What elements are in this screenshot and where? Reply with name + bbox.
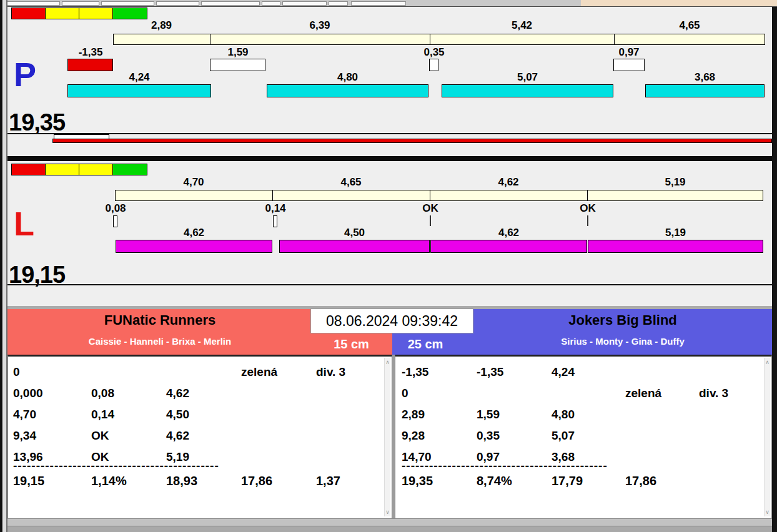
scrollbar[interactable]: ∧∨: [384, 358, 390, 516]
scroll-down-icon[interactable]: ∨: [385, 509, 390, 515]
lane-underline: [7, 284, 772, 285]
changeover-time-label: 0,08: [87, 202, 144, 215]
changeover-time-label: 0,14: [247, 202, 304, 215]
split-separator: [587, 190, 588, 200]
dog-run-time-label: 5,07: [442, 71, 613, 84]
titlebar-segment: [282, 1, 327, 6]
changeover-time-label: 0,97: [601, 46, 657, 59]
split-total-bar: [113, 34, 765, 45]
split-separator: [272, 190, 273, 200]
titlebar-segment: [62, 1, 99, 6]
titlebar-segment: [201, 1, 260, 6]
changeover-tick: [430, 215, 431, 226]
split-time-label: 6,39: [210, 19, 430, 32]
dog-run-time-label: 4,62: [430, 227, 587, 239]
team-name-right: Jokers Big Blind: [473, 312, 772, 328]
titlebar-segment: [262, 1, 280, 6]
titlebar-segment: [351, 1, 406, 6]
split-time-label: 2,89: [113, 19, 210, 32]
split-time-label: 4,70: [115, 176, 272, 189]
split-time-label: 5,19: [587, 176, 763, 189]
total-cell: 8,74%: [477, 474, 512, 488]
total-cell: 19,35: [402, 474, 433, 488]
split-time-label: 4,62: [430, 176, 587, 189]
result-cell: 5,07: [552, 429, 575, 443]
dog-run-bar: [116, 240, 272, 253]
titlebar-segment: [5, 1, 60, 6]
scroll-down-icon[interactable]: ∨: [765, 509, 770, 515]
changeover-bar: [273, 215, 277, 227]
result-cell: 4,62: [166, 387, 189, 400]
titlebar-segment: [101, 1, 154, 6]
dog-run-bar: [267, 84, 428, 97]
split-separator: [430, 34, 430, 44]
team-members-right: Sirius - Monty - Gina - Duffy: [473, 336, 772, 347]
table-left[interactable]: 0zelenádiv. 30,0000,084,624,700,144,509,…: [7, 355, 392, 518]
titlebar-strip: [0, 0, 581, 7]
result-cell: 0: [13, 365, 20, 379]
changeover-bar: [113, 215, 117, 227]
table-right[interactable]: -1,35-1,354,240zelenádiv. 32,891,594,809…: [395, 355, 772, 518]
result-cell: 0,000: [13, 387, 43, 400]
split-time-label: 4,65: [614, 19, 765, 32]
dog-run-time-label: 4,50: [279, 227, 430, 239]
dog-run-bar: [67, 84, 211, 97]
result-cell: 2,89: [402, 408, 425, 421]
dog-run-bar: [645, 84, 765, 97]
status-light-red: [11, 7, 46, 19]
changeover-bar: [613, 59, 645, 71]
bottom-inner-strip: [7, 518, 772, 526]
dog-run-bar: [588, 240, 763, 253]
changeover-time-label: OK: [560, 202, 616, 215]
team-name-left: FUNatic Runners: [7, 312, 312, 328]
result-cell: div. 3: [316, 365, 345, 379]
lane-divider: [7, 156, 772, 161]
split-separator: [430, 190, 430, 200]
timestamp: 08.06.2024 09:39:42: [310, 308, 473, 333]
result-cell: 4,80: [552, 408, 575, 421]
result-cell: 1,59: [477, 408, 500, 421]
status-light-green: [112, 7, 147, 19]
jump-height-left: 15 cm: [312, 337, 390, 352]
scroll-up-icon[interactable]: ∧: [765, 359, 770, 365]
total-cell: 18,93: [166, 474, 197, 488]
titlebar-segment: [329, 1, 348, 6]
split-total-bar: [115, 190, 763, 201]
scoreboard-screen: P2,896,395,424,65-1,351,590,350,974,244,…: [0, 0, 777, 532]
total-cell: 17,86: [625, 474, 656, 488]
dog-run-time-label: 4,24: [67, 71, 211, 84]
changeover-bar: [429, 59, 438, 71]
result-cell: 9,34: [13, 429, 36, 443]
race-progress-bar: [52, 139, 772, 143]
result-cell: OK: [91, 429, 109, 443]
changeover-tick: [587, 215, 588, 226]
result-cell: 0,08: [91, 387, 114, 400]
result-cell: 0: [402, 387, 408, 400]
result-cell: 9,28: [402, 429, 425, 443]
dog-run-bar: [442, 84, 613, 97]
lane-p-panel: P2,896,395,424,65-1,351,590,350,974,244,…: [0, 7, 777, 156]
results-divider: ----------------------------------------…: [13, 459, 250, 473]
lane-l-panel: L4,704,654,625,190,080,14OKOK4,624,504,6…: [0, 161, 777, 306]
dog-run-bar: [430, 240, 587, 253]
status-light-yellow-2: [79, 7, 113, 19]
result-cell: 4,50: [166, 408, 189, 421]
result-cell: -1,35: [477, 365, 503, 379]
team-members-left: Caissie - Hanneli - Brixa - Merlin: [7, 336, 312, 347]
status-light-green: [112, 164, 147, 175]
scrollbar[interactable]: ∧∨: [764, 358, 770, 516]
dog-run-time-label: 3,68: [645, 71, 765, 84]
scroll-up-icon[interactable]: ∧: [385, 359, 390, 365]
titlebar-beige-strip: [581, 0, 777, 7]
result-cell: 4,62: [166, 429, 189, 443]
total-cell: 1,14%: [91, 474, 127, 488]
status-light-yellow-2: [79, 164, 113, 175]
lane-underline: [7, 133, 772, 134]
result-cell: zelená: [625, 387, 661, 400]
total-cell: 19,15: [13, 474, 44, 488]
status-light-red: [11, 164, 46, 175]
split-time-label: 5,42: [430, 19, 614, 32]
status-light-yellow-1: [45, 7, 79, 19]
result-cell: 0,35: [477, 429, 500, 443]
jump-height-right: 25 cm: [393, 337, 457, 352]
